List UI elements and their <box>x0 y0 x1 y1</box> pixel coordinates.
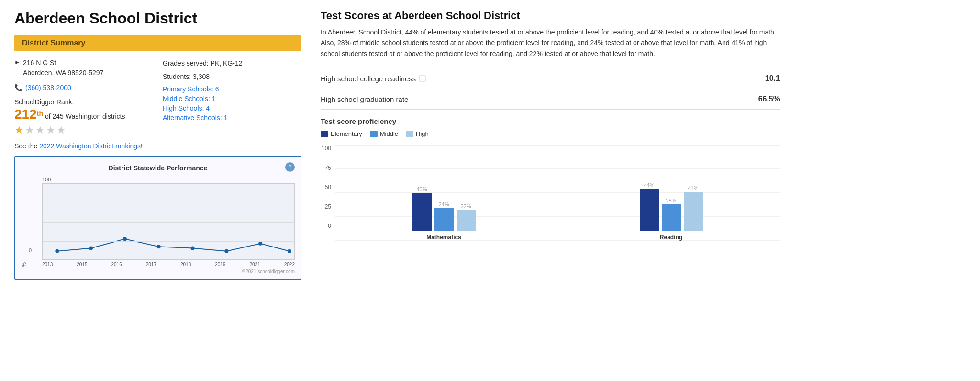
bar-math-elementary-label: 40% <box>416 186 427 192</box>
bar-math-high-rect <box>457 210 476 231</box>
primary-schools-link[interactable]: Primary Schools: 6 <box>163 85 301 93</box>
x-label-2016: 2016 <box>111 262 122 267</box>
bar-math-middle: 24% <box>434 202 454 231</box>
alternative-schools-link[interactable]: Alternative Schools: 1 <box>163 114 301 122</box>
reading-group-label: Reading <box>660 234 682 241</box>
bar-reading-middle: 28% <box>662 198 681 231</box>
bars-area: 40% 24% 22% <box>335 145 780 241</box>
address-block: ► 216 N G St Aberdeen, WA 98520-5297 <box>14 58 153 78</box>
star-5: ★ <box>56 124 66 136</box>
bar-math-elementary: 40% <box>412 186 432 231</box>
bar-reading-middle-label: 28% <box>666 198 676 203</box>
left-panel: Aberdeen School District District Summar… <box>14 10 301 280</box>
high-schools-link[interactable]: High Schools: 4 <box>163 104 301 112</box>
y-tick-100: 100 <box>42 177 51 182</box>
bar-reading-high-label: 41% <box>688 185 698 191</box>
phone-link[interactable]: (360) 538-2000 <box>25 84 71 91</box>
line-chart-area: % 100 <box>21 177 295 267</box>
district-info-right: Grades served: PK, KG-12 Students: 3,308… <box>163 58 301 136</box>
data-point-2 <box>123 237 127 241</box>
alternative-schools-label: Alternative Schools: <box>163 114 224 122</box>
alternative-schools-count: 1 <box>224 114 228 122</box>
bar-reading-elementary: 44% <box>640 182 659 231</box>
legend-middle: Middle <box>370 130 398 137</box>
rank-of: of 245 Washington districts <box>45 112 125 120</box>
test-scores-title: Test Scores at Aberdeen School District <box>321 10 780 22</box>
phone-block: 📞 (360) 538-2000 <box>14 84 153 91</box>
data-point-1 <box>89 246 93 250</box>
primary-schools-label: Primary Schools: <box>163 85 215 93</box>
x-label-2013: 2013 <box>42 262 53 267</box>
y-tick-0: 0 <box>29 247 32 253</box>
legend-high-swatch <box>406 131 413 137</box>
bar-reading-high-rect <box>684 192 703 231</box>
chart-title: District Statewide Performance <box>21 164 295 172</box>
x-label-2018: 2018 <box>180 262 191 267</box>
y-tick-50: 50 <box>325 184 331 190</box>
legend-elementary-swatch <box>321 131 328 137</box>
help-icon[interactable]: ? <box>285 162 295 172</box>
star-1: ★ <box>14 124 24 136</box>
chart-copyright: ©2021 schooldigger.com <box>21 269 295 274</box>
rank-display: 212thof 245 Washington districts <box>14 107 153 122</box>
see-rankings: See the 2022 Washington District ranking… <box>14 142 301 150</box>
bar-math-high: 22% <box>457 203 476 231</box>
address-arrow-icon: ► <box>14 59 20 66</box>
star-rating: ★ ★ ★ ★ ★ <box>14 124 153 136</box>
college-readiness-value: 10.1 <box>765 74 780 83</box>
high-schools-count: 4 <box>206 104 210 112</box>
bar-chart-inner: 40% 24% 22% <box>335 145 780 241</box>
bar-reading-high: 41% <box>684 185 703 231</box>
x-label-2019: 2019 <box>215 262 225 267</box>
rank-label: SchoolDigger Rank: <box>14 98 153 106</box>
x-label-2021: 2021 <box>250 262 260 267</box>
bar-math-high-label: 22% <box>460 203 471 209</box>
middle-schools-label: Middle Schools: <box>163 95 212 102</box>
legend-middle-swatch <box>370 131 378 137</box>
graduation-rate-label: High school graduation rate <box>321 95 408 103</box>
y-tick-25: 25 <box>325 203 331 210</box>
legend-elementary-label: Elementary <box>331 130 362 137</box>
proficiency-title: Test score proficiency <box>321 117 780 125</box>
chart-legend: Elementary Middle High <box>321 130 780 137</box>
proficiency-section: Test score proficiency Elementary Middle… <box>321 117 780 241</box>
bar-math-middle-label: 24% <box>438 202 449 207</box>
phone-icon: 📞 <box>14 84 22 91</box>
legend-high: High <box>406 130 429 137</box>
y-axis-label: % <box>21 262 27 267</box>
college-readiness-row: High school college readiness i 10.1 <box>321 68 780 89</box>
bar-reading-middle-rect <box>662 204 681 231</box>
test-score-description: In Aberdeen School District, 44% of elem… <box>321 27 780 59</box>
address-line2: Aberdeen, WA 98520-5297 <box>23 68 103 78</box>
middle-schools-link[interactable]: Middle Schools: 1 <box>163 95 301 102</box>
bar-group-reading-bars: 44% 28% 41% <box>640 182 703 231</box>
grades-info: Grades served: PK, KG-12 <box>163 58 301 68</box>
bar-reading-elementary-label: 44% <box>644 182 654 188</box>
school-links: Primary Schools: 6 Middle Schools: 1 Hig… <box>163 85 301 122</box>
bar-group-math-bars: 40% 24% 22% <box>412 186 476 231</box>
district-summary-header: District Summary <box>14 35 301 51</box>
y-tick-100: 100 <box>322 145 331 152</box>
x-label-2015: 2015 <box>77 262 87 267</box>
graduation-rate-value: 66.5% <box>758 95 780 103</box>
y-tick-75: 75 <box>325 165 331 171</box>
middle-schools-count: 1 <box>212 95 216 102</box>
bar-chart: 100 75 50 25 0 <box>321 145 780 241</box>
high-schools-label: High Schools: <box>163 104 206 112</box>
district-info-left: ► 216 N G St Aberdeen, WA 98520-5297 📞 (… <box>14 58 153 136</box>
bar-math-elementary-rect <box>412 193 432 231</box>
right-panel: Test Scores at Aberdeen School District … <box>321 10 780 280</box>
rank-sup: th <box>37 110 43 117</box>
data-point-4 <box>191 246 195 250</box>
data-point-7 <box>288 249 291 253</box>
legend-high-label: High <box>416 130 429 137</box>
star-2: ★ <box>25 124 34 136</box>
star-3: ★ <box>35 124 45 136</box>
rankings-link[interactable]: 2022 Washington District rankings <box>39 142 141 150</box>
bar-reading-elementary-rect <box>640 189 659 231</box>
college-readiness-info-icon[interactable]: i <box>419 75 426 82</box>
primary-schools-count: 6 <box>215 85 219 93</box>
address-line1: 216 N G St <box>23 58 103 68</box>
performance-chart: District Statewide Performance ? % 100 <box>14 156 301 280</box>
star-4: ★ <box>46 124 56 136</box>
